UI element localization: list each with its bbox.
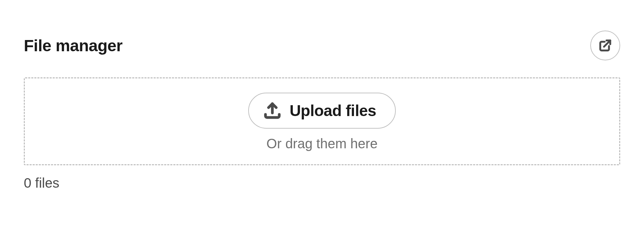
file-manager-panel: File manager Upload files Or drag them h… <box>0 0 644 191</box>
upload-files-button[interactable]: Upload files <box>248 93 396 129</box>
drag-hint-text: Or drag them here <box>267 136 378 151</box>
external-link-icon <box>598 38 613 53</box>
header-row: File manager <box>24 31 620 60</box>
page-title: File manager <box>24 36 122 55</box>
file-count-text: 0 files <box>24 175 620 191</box>
upload-icon <box>263 101 282 120</box>
upload-button-label: Upload files <box>290 101 376 120</box>
open-external-button[interactable] <box>590 31 620 60</box>
file-dropzone[interactable]: Upload files Or drag them here <box>24 77 620 165</box>
